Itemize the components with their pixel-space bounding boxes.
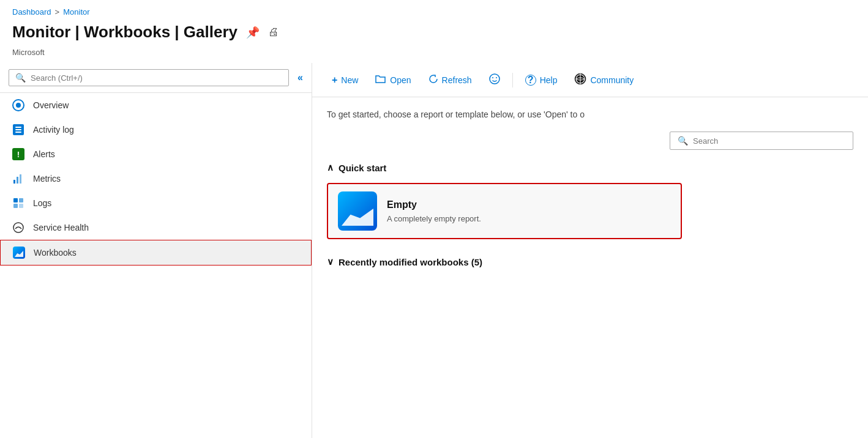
- quick-start-header[interactable]: ∧ Quick start: [327, 162, 853, 173]
- sidebar-label-alerts: Alerts: [33, 149, 55, 159]
- sidebar-item-workbooks[interactable]: Workbooks: [0, 240, 312, 265]
- content-search-wrap: 🔍: [327, 132, 853, 150]
- search-input[interactable]: [31, 73, 282, 83]
- search-bar-wrap: 🔍 «: [0, 63, 312, 93]
- breadcrumb-monitor[interactable]: Monitor: [63, 7, 89, 17]
- folder-icon: [375, 74, 386, 86]
- toolbar-separator: [512, 73, 513, 87]
- sidebar-item-logs[interactable]: Logs: [0, 191, 312, 215]
- open-button[interactable]: Open: [368, 70, 418, 89]
- refresh-label: Refresh: [442, 75, 472, 85]
- feedback-icon: [489, 73, 500, 86]
- toolbar: + New Open: [312, 63, 868, 97]
- community-label: Community: [590, 75, 634, 85]
- svg-rect-3: [13, 198, 18, 202]
- alerts-icon-shape: !: [12, 148, 24, 160]
- new-label: New: [341, 75, 358, 85]
- template-card-empty[interactable]: Empty A completely empty report.: [327, 183, 682, 239]
- help-label: Help: [540, 75, 558, 85]
- quick-start-chevron: ∧: [327, 162, 334, 173]
- recently-modified-section: ∨ Recently modified workbooks (5): [327, 256, 853, 267]
- content-area: + New Open: [312, 63, 868, 438]
- metrics-icon-svg: [12, 173, 24, 185]
- feedback-button[interactable]: [482, 70, 507, 90]
- svg-rect-4: [19, 198, 23, 202]
- svg-rect-5: [13, 204, 18, 208]
- overview-icon: [12, 99, 24, 111]
- collapse-button[interactable]: «: [297, 72, 303, 83]
- app-container: Dashboard > Monitor Monitor | Workbooks …: [0, 0, 868, 438]
- svg-point-7: [13, 223, 23, 232]
- sidebar-label-metrics: Metrics: [33, 174, 61, 184]
- card-desc-empty: A completely empty report.: [387, 214, 481, 223]
- sidebar-item-alerts[interactable]: ! Alerts: [0, 142, 312, 166]
- svg-point-10: [496, 77, 497, 78]
- sidebar-item-metrics[interactable]: Metrics: [0, 166, 312, 191]
- metrics-icon: [12, 173, 24, 185]
- workbooks-icon: [13, 247, 25, 259]
- activity-icon: [12, 124, 24, 136]
- subtitle: Microsoft: [0, 48, 868, 63]
- card-info-empty: Empty A completely empty report.: [387, 199, 481, 223]
- sidebar: 🔍 « Overview: [0, 63, 312, 438]
- sidebar-label-workbooks: Workbooks: [34, 248, 77, 258]
- refresh-button[interactable]: Refresh: [421, 70, 479, 89]
- logs-icon-svg: [12, 197, 24, 209]
- activity-icon-shape: [13, 124, 24, 135]
- sidebar-item-service-health[interactable]: Service Health: [0, 215, 312, 240]
- help-button[interactable]: ? Help: [518, 71, 565, 89]
- content-search-icon: 🔍: [678, 136, 688, 146]
- sidebar-label-logs: Logs: [33, 198, 51, 208]
- sidebar-label-overview: Overview: [33, 100, 69, 110]
- help-icon: ?: [525, 75, 536, 86]
- recently-modified-chevron: ∨: [327, 256, 334, 267]
- svg-rect-0: [13, 180, 15, 184]
- empty-template-icon: [338, 191, 377, 231]
- sidebar-item-activity-log[interactable]: Activity log: [0, 117, 312, 142]
- service-health-icon-svg: [12, 221, 24, 234]
- recently-modified-label: Recently modified workbooks (5): [339, 257, 482, 267]
- recently-modified-header[interactable]: ∨ Recently modified workbooks (5): [327, 256, 853, 267]
- workbooks-icon-shape: [13, 247, 25, 259]
- sidebar-item-overview[interactable]: Overview: [0, 93, 312, 117]
- content-body: To get started, choose a report or templ…: [312, 97, 868, 438]
- breadcrumb-separator: >: [55, 7, 60, 17]
- community-icon: [574, 73, 586, 87]
- open-label: Open: [390, 75, 411, 85]
- intro-text: To get started, choose a report or templ…: [327, 110, 853, 119]
- search-container[interactable]: 🔍: [9, 69, 289, 86]
- sidebar-label-activity-log: Activity log: [33, 125, 74, 135]
- pin-icon[interactable]: 📌: [246, 26, 260, 39]
- svg-point-8: [490, 74, 499, 84]
- community-button[interactable]: Community: [567, 69, 641, 91]
- breadcrumb-dashboard[interactable]: Dashboard: [12, 7, 51, 17]
- service-health-icon: [12, 221, 24, 234]
- card-title-empty: Empty: [387, 199, 481, 210]
- alerts-icon: !: [12, 148, 24, 160]
- svg-point-9: [492, 77, 493, 78]
- svg-rect-2: [20, 174, 21, 184]
- refresh-icon: [428, 74, 438, 86]
- sidebar-nav: Overview Activity log ! Ale: [0, 93, 312, 438]
- page-title: Monitor | Workbooks | Gallery: [12, 23, 238, 42]
- search-icon: 🔍: [15, 73, 26, 83]
- new-button[interactable]: + New: [324, 71, 365, 89]
- overview-icon-shape: [12, 99, 24, 111]
- svg-rect-6: [19, 204, 23, 208]
- breadcrumb: Dashboard > Monitor: [0, 0, 868, 19]
- content-search-input[interactable]: [693, 136, 845, 146]
- plus-icon: +: [332, 75, 337, 86]
- title-area: Monitor | Workbooks | Gallery 📌 🖨: [0, 19, 868, 48]
- main-layout: 🔍 « Overview: [0, 63, 868, 438]
- svg-rect-1: [17, 177, 18, 184]
- content-search-container[interactable]: 🔍: [670, 132, 853, 150]
- logs-icon: [12, 197, 24, 209]
- quick-start-label: Quick start: [339, 163, 386, 173]
- print-icon[interactable]: 🖨: [268, 26, 279, 39]
- sidebar-label-service-health: Service Health: [33, 223, 89, 232]
